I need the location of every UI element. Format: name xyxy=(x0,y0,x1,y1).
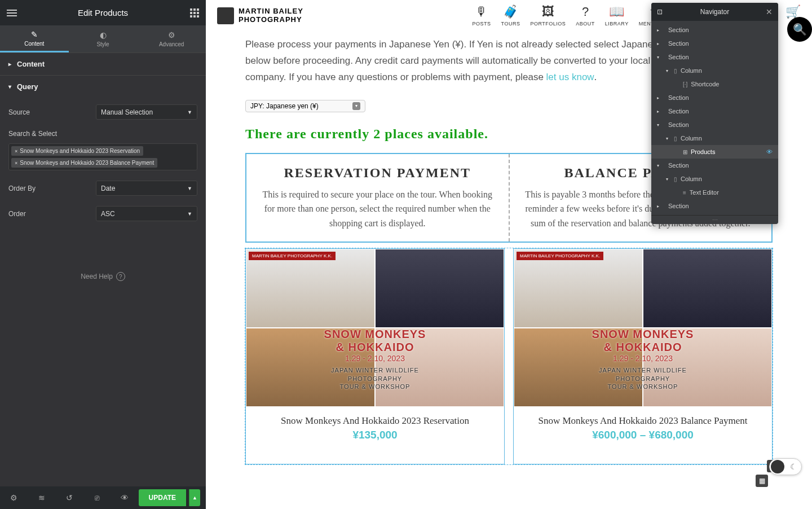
tree-arrow-icon: ▾ xyxy=(666,177,670,182)
tree-type-icon: ⊞ xyxy=(683,149,687,155)
nav-icon: ? xyxy=(582,5,589,19)
tree-item[interactable]: ≡Text Editor xyxy=(651,186,778,199)
search-select-input[interactable]: ×Snow Monkeys and Hokkaido 2023 Reservat… xyxy=(8,143,197,170)
chevron-down-icon: ▼ xyxy=(187,186,192,191)
navigator-header[interactable]: ⊡ Navigator ✕ xyxy=(651,3,778,21)
currency-select[interactable]: JPY: Japanese yen (¥)▾ xyxy=(245,100,365,112)
remove-tag-icon[interactable]: × xyxy=(15,160,17,166)
nav-icon: 🎙 xyxy=(475,5,488,19)
tree-item[interactable]: ⊞Products👁 xyxy=(651,145,778,159)
preview-icon[interactable]: 👁 xyxy=(111,493,138,502)
widgets-icon[interactable] xyxy=(190,8,199,17)
product-card[interactable]: MARTIN BAILEY PHOTOGRAPHY K.K. SNOW MONK… xyxy=(245,248,505,464)
nav-item-posts[interactable]: 🎙POSTS xyxy=(473,5,491,27)
tree-item[interactable]: ▸Section xyxy=(651,23,778,37)
tab-content[interactable]: ✎Content xyxy=(0,25,69,52)
update-button[interactable]: UPDATE xyxy=(139,489,186,506)
tree-item[interactable]: ▸Section xyxy=(651,199,778,213)
navigator-resize-handle[interactable]: ⋯ xyxy=(651,215,778,224)
toggle-knob xyxy=(771,460,784,473)
editor-panel: Edit Products ✎Content ◐Style ⚙Advanced … xyxy=(0,0,206,509)
gear-icon: ⚙ xyxy=(168,30,175,40)
need-help-link[interactable]: Need Help? xyxy=(0,272,206,281)
product-price: ¥135,000 xyxy=(246,429,504,441)
search-icon[interactable]: 🔍 xyxy=(787,17,812,42)
menu-icon[interactable] xyxy=(7,10,17,16)
product-card[interactable]: MARTIN BAILEY PHOTOGRAPHY K.K. SNOW MONK… xyxy=(513,248,773,464)
tree-item[interactable]: ▸Section xyxy=(651,91,778,104)
tree-item[interactable]: ▸Section xyxy=(651,37,778,50)
tree-arrow-icon: ▾ xyxy=(666,136,670,141)
settings-icon[interactable]: ⚙ xyxy=(0,493,28,502)
chevron-down-icon: ▼ xyxy=(187,211,192,217)
source-select[interactable]: Manual Selection▼ xyxy=(96,104,197,120)
nav-item-about[interactable]: ?ABOUT xyxy=(576,5,595,27)
accordion-query-head[interactable]: ▾Query xyxy=(0,76,206,98)
order-select[interactable]: ASC▼ xyxy=(96,206,197,221)
reservation-desc: This is required to secure your place on… xyxy=(258,187,497,231)
responsive-icon[interactable]: ⎚ xyxy=(83,493,111,502)
product-badge: MARTIN BAILEY PHOTOGRAPHY K.K. xyxy=(249,252,336,260)
help-icon: ? xyxy=(116,272,125,281)
editor-title: Edit Products xyxy=(78,8,128,17)
remove-tag-icon[interactable]: × xyxy=(15,148,17,154)
nav-item-portfolios[interactable]: 🖼PORTFOLIOS xyxy=(530,5,566,27)
nav-item-library[interactable]: 📖LIBRARY xyxy=(605,5,629,27)
accordion-content[interactable]: ▸Content xyxy=(0,52,206,75)
tree-type-icon: ▯ xyxy=(674,176,677,182)
logo-icon xyxy=(217,7,234,24)
navigator-panel: ⊡ Navigator ✕ ▸Section▸Section▾Section▾▯… xyxy=(651,3,778,224)
update-dropdown[interactable]: ▲ xyxy=(189,489,200,506)
tree-type-icon: ▯ xyxy=(674,68,677,74)
tree-item[interactable]: ▾Section xyxy=(651,118,778,131)
editor-tabs: ✎Content ◐Style ⚙Advanced xyxy=(0,25,206,52)
nav-icon: 📖 xyxy=(609,5,624,19)
site-logo[interactable]: MARTIN BAILEYPHOTOGRAPHY xyxy=(217,7,303,24)
tag-item: ×Snow Monkeys and Hokkaido 2023 Balance … xyxy=(11,158,157,168)
navigator-icon[interactable]: ≋ xyxy=(28,493,55,502)
order-label: Order xyxy=(8,210,96,218)
editor-header: Edit Products xyxy=(0,0,206,25)
tree-arrow-icon: ▾ xyxy=(657,55,661,60)
nav-icon: 🖼 xyxy=(542,5,554,19)
product-title: Snow Monkeys And Hokkaido 2023 Balance P… xyxy=(514,415,772,427)
tree-item[interactable]: ▾Section xyxy=(651,159,778,172)
product-badge: MARTIN BAILEY PHOTOGRAPHY K.K. xyxy=(517,252,603,260)
navigator-tree: ▸Section▸Section▾Section▾▯Column[·]Short… xyxy=(651,21,778,215)
dropdown-icon: ▾ xyxy=(352,102,360,110)
tree-arrow-icon: ▸ xyxy=(657,109,661,114)
products-section: ▦ MARTIN BAILEY PHOTOGRAPHY K.K. SNOW MO… xyxy=(245,248,773,464)
search-select-label: Search & Select xyxy=(8,130,197,138)
product-title: Snow Monkeys And Hokkaido 2023 Reservati… xyxy=(246,415,504,427)
close-icon[interactable]: ✕ xyxy=(766,7,773,16)
tree-type-icon: [·] xyxy=(683,81,687,87)
tree-item[interactable]: ▾Section xyxy=(651,50,778,64)
tree-item[interactable]: ▾▯Column xyxy=(651,131,778,145)
editor-footer: ⚙ ≋ ↺ ⎚ 👁 UPDATE ▲ xyxy=(0,486,206,509)
add-section-button[interactable]: ▦ xyxy=(756,475,768,487)
chevron-down-icon: ▼ xyxy=(187,109,192,115)
dark-mode-toggle[interactable]: ☾ xyxy=(769,458,802,475)
tree-item[interactable]: ▾▯Column xyxy=(651,172,778,186)
moon-icon: ☾ xyxy=(790,462,797,471)
tree-arrow-icon: ▾ xyxy=(657,122,661,128)
tree-item[interactable]: ▾▯Column xyxy=(651,64,778,77)
orderby-select[interactable]: Date▼ xyxy=(96,181,197,196)
tree-item[interactable]: [·]Shortcode xyxy=(651,77,778,91)
tab-style[interactable]: ◐Style xyxy=(69,25,138,52)
contact-link[interactable]: let us know xyxy=(546,72,594,82)
tree-type-icon: ▯ xyxy=(674,135,677,142)
nav-item-tours[interactable]: 🧳TOURS xyxy=(501,5,520,27)
tree-item[interactable]: ▸Section xyxy=(651,104,778,118)
navigator-collapse-icon[interactable]: ⊡ xyxy=(657,8,663,16)
visibility-icon[interactable]: 👁 xyxy=(766,148,773,155)
product-image: MARTIN BAILEY PHOTOGRAPHY K.K. SNOW MONK… xyxy=(514,249,772,407)
tree-type-icon: ≡ xyxy=(683,190,686,196)
tree-arrow-icon: ▸ xyxy=(657,28,661,33)
tab-advanced[interactable]: ⚙Advanced xyxy=(137,25,206,52)
tag-item: ×Snow Monkeys and Hokkaido 2023 Reservat… xyxy=(11,146,143,156)
tree-arrow-icon: ▸ xyxy=(657,95,661,100)
tree-arrow-icon: ▸ xyxy=(657,204,661,209)
history-icon[interactable]: ↺ xyxy=(55,493,83,502)
caret-down-icon: ▾ xyxy=(8,84,11,90)
